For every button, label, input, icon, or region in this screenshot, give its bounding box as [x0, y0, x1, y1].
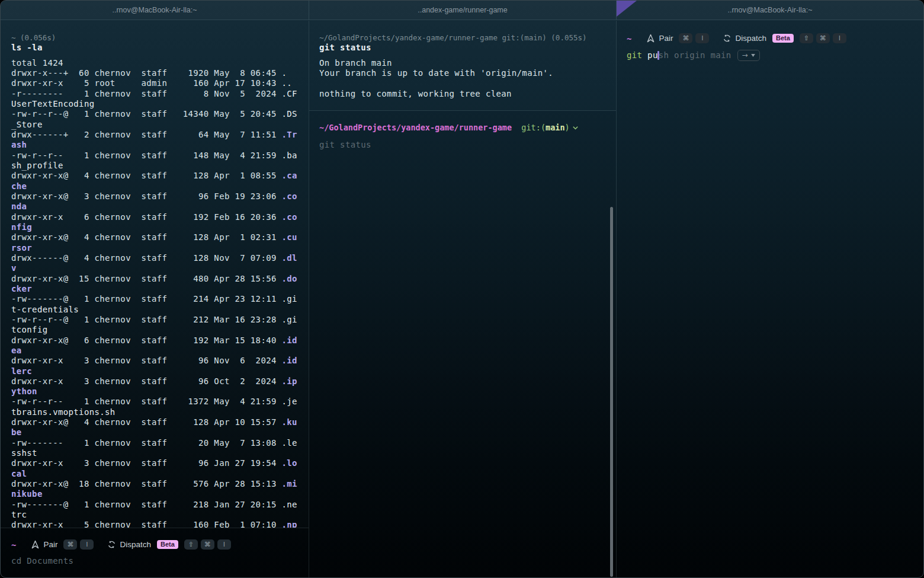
- dispatch-button[interactable]: Dispatch Beta ⇧ ⌘ I: [107, 539, 233, 550]
- cwd-tilde: ~: [627, 34, 631, 43]
- scrollbar[interactable]: [610, 207, 613, 577]
- typed-args: pu: [642, 50, 657, 60]
- caret-down-icon: [751, 54, 755, 57]
- output-line: [319, 78, 606, 88]
- prompt-header: ~/GolandProjects/yandex-game/runner-game…: [319, 33, 606, 43]
- pair-button[interactable]: Pair ⌘ I: [31, 539, 97, 550]
- pane-right: ~ Pair ⌘ I Dispatch Beta ⇧ ⌘: [616, 21, 923, 577]
- beta-badge: Beta: [772, 34, 794, 43]
- ls-command-block: ~ (0.056s) ls -la total 1424 drwxr-x---+…: [1, 21, 309, 528]
- cmd-key-badge: ⌘: [63, 539, 77, 550]
- tab-bar: ..rnov@MacBook-Air-lla:~ ..andex-game/ru…: [1, 1, 923, 20]
- prompt-header: ~ (0.056s): [11, 33, 298, 43]
- tab-terminal-2[interactable]: ..andex-game/runner-game: [309, 1, 616, 20]
- chevron-down-icon[interactable]: [572, 124, 579, 131]
- tab-title: ..andex-game/runner-game: [418, 6, 507, 14]
- tab-terminal-3[interactable]: ..rnov@MacBook-Air-lla:~: [616, 1, 923, 20]
- middle-input-block[interactable]: ~/GolandProjects/yandex-game/runner-game…: [309, 111, 616, 150]
- cmd-key-badge: ⌘: [679, 33, 692, 43]
- terminal-window: ..rnov@MacBook-Air-lla:~ ..andex-game/ru…: [0, 0, 924, 578]
- i-key-badge: I: [833, 33, 846, 43]
- cwd-tilde: ~: [11, 540, 16, 550]
- pair-button[interactable]: Pair ⌘ I: [646, 33, 712, 43]
- tab-title: ..rnov@MacBook-Air-lla:~: [728, 6, 813, 14]
- git-prefix: git:(: [512, 122, 546, 133]
- left-input-block[interactable]: ~ Pair ⌘ I Dispatch Beta: [1, 528, 309, 577]
- pane-middle: ~/GolandProjects/yandex-game/runner-game…: [309, 21, 616, 577]
- right-arrow-icon: →: [742, 50, 748, 60]
- git-status-block: ~/GolandProjects/yandex-game/runner-game…: [309, 21, 616, 111]
- pair-label: Pair: [659, 34, 673, 43]
- ls-output: total 1424 drwxr-x---+ 60 chernov staff …: [11, 58, 298, 528]
- command-suggestion[interactable]: git status: [319, 140, 606, 150]
- dispatch-button[interactable]: Dispatch Beta ⇧ ⌘ I: [723, 33, 849, 43]
- beta-badge: Beta: [157, 540, 178, 549]
- output-line: Your branch is up to date with 'origin/m…: [319, 68, 606, 78]
- toolbar-right: ~ Pair ⌘ I Dispatch Beta ⇧ ⌘: [627, 33, 914, 44]
- command-suggestion[interactable]: cd Documents: [11, 556, 298, 566]
- pair-icon: [646, 34, 655, 43]
- output-line: nothing to commit, working tree clean: [319, 89, 606, 99]
- cmd-key-badge: ⌘: [816, 33, 830, 43]
- pair-icon: [31, 540, 40, 549]
- command-ls[interactable]: ls -la: [11, 43, 298, 53]
- dispatch-icon: [723, 34, 732, 43]
- toolbar-left: ~ Pair ⌘ I Dispatch Beta: [11, 539, 298, 550]
- prompt-current: ~/GolandProjects/yandex-game/runner-game…: [319, 122, 606, 133]
- shift-key-badge: ⇧: [184, 539, 198, 550]
- i-key-badge: I: [80, 539, 94, 550]
- pair-label: Pair: [43, 540, 57, 549]
- i-key-badge: I: [217, 539, 231, 550]
- git-branch: main: [546, 122, 565, 133]
- pane-left: ~ (0.056s) ls -la total 1424 drwxr-x---+…: [1, 21, 309, 577]
- typed-command: git: [627, 50, 642, 60]
- pane-container: ~ (0.056s) ls -la total 1424 drwxr-x---+…: [1, 21, 923, 577]
- shift-key-badge: ⇧: [800, 33, 813, 43]
- output-line: On branch main: [319, 58, 606, 68]
- i-key-badge: I: [695, 33, 709, 43]
- autosuggest-text: sh origin main: [659, 50, 732, 60]
- command-input[interactable]: git push origin main →: [627, 50, 914, 61]
- command-git-status[interactable]: git status: [319, 43, 606, 53]
- tab-terminal-1[interactable]: ..rnov@MacBook-Air-lla:~: [1, 1, 309, 20]
- tab-title: ..rnov@MacBook-Air-lla:~: [113, 6, 197, 14]
- cwd-path: ~/GolandProjects/yandex-game/runner-game: [319, 122, 512, 133]
- dispatch-icon: [107, 540, 116, 549]
- autosuggest-accept-hint[interactable]: →: [737, 50, 760, 61]
- git-suffix: ): [565, 122, 570, 133]
- dispatch-label: Dispatch: [120, 540, 151, 549]
- dispatch-label: Dispatch: [735, 34, 766, 43]
- active-pane-indicator-icon: [617, 1, 637, 17]
- cmd-key-badge: ⌘: [201, 539, 214, 550]
